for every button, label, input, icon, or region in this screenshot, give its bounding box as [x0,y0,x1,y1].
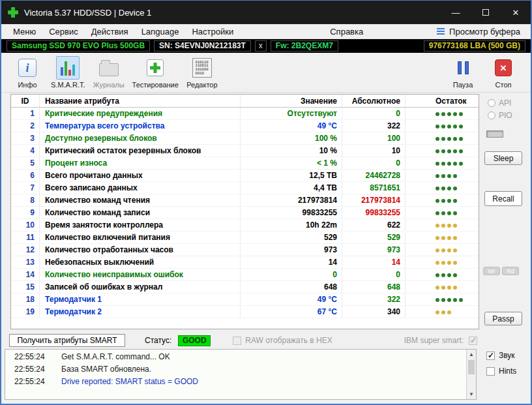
window-title: Victoria 5.37 HDD/SSD | Device 1 [24,8,151,18]
device-capacity: 976773168 LBA (500 GB) [424,40,525,52]
table-row[interactable]: 7Всего записано данных4,4 TB8571651 [11,182,479,194]
table-row[interactable]: 8Количество команд чтения217973814217973… [11,194,479,207]
attribute-id: 5 [11,157,40,169]
raw-hex-checkbox-wrap[interactable]: RAW отображать в HEX [233,336,332,345]
health-dot [447,149,451,153]
toolbar-journals-button[interactable]: Журналы [92,56,126,89]
attribute-value: 4,4 TB [241,182,342,194]
attribute-name: Количество включений питания [40,232,241,243]
toolbar-stop-button[interactable]: ✕ Стоп [486,56,520,89]
health-dot [453,261,457,265]
menu-item-service[interactable]: Сервис [42,27,85,37]
table-row[interactable]: 15Записей об ошибках в журнал648648 [11,281,479,293]
table-row[interactable]: 2Температура всего устройства49 °C322 [11,120,479,132]
table-row[interactable]: 4Критический остаток резервных блоков10 … [11,145,479,157]
serial-close-button[interactable]: x [255,40,267,52]
health-dot [436,261,439,265]
table-row[interactable]: 18Термодатчик 149 °C322 [11,293,479,306]
health-dot [447,224,451,228]
health-dot [436,248,439,252]
drive-activity-indicator [486,130,503,138]
table-row[interactable]: 1Критические предупрежденияОтсутствуют0 [11,108,479,120]
attribute-name: Процент износа [40,157,241,169]
minimize-button[interactable]: — [441,1,471,24]
table-row[interactable]: 12Количество отработанных часов973973 [11,244,479,256]
app-logo-icon [8,7,18,18]
scroll-up-icon[interactable]: ▲ [467,350,476,359]
attribute-absolute: 622 [342,219,406,231]
toolbar-pause-button[interactable]: Пауза [446,56,480,89]
toolbar-editor-button[interactable]: 010110 110011 101000 0010 Редактор [185,56,219,89]
log-timestamp: 22:55:24 [5,351,51,363]
get-smart-button[interactable]: Получить атрибуты SMART [9,334,125,347]
password-button[interactable]: Passp [484,312,522,325]
health-dot [436,310,439,314]
pio-radio[interactable]: PIO [488,111,512,120]
table-row[interactable]: 13Небезопасных выключений1414 [11,256,479,269]
health-dot [441,286,445,290]
menu-item-help[interactable]: Справка [323,27,370,37]
attribute-id: 18 [11,293,40,305]
maximize-button[interactable] [471,1,501,24]
status-bar: Получить атрибуты SMART Статус: GOOD RAW… [1,332,480,349]
table-row[interactable]: 6Всего прочитано данных12,5 TB24462728 [11,170,479,182]
log-scrollbar[interactable]: ▲ ▼ [466,350,476,399]
sleep-button[interactable]: Sleep [484,151,522,165]
hints-checkbox[interactable] [486,367,495,376]
ibm-smart-wrap: IBM super smart: [404,336,477,345]
device-model[interactable]: Samsung SSD 970 EVO Plus 500GB [7,40,150,52]
attribute-name: Критический остаток резервных блоков [40,145,241,157]
table-row[interactable]: 9Количество команд записи998332559983325… [11,207,479,219]
menu-item-menu[interactable]: Меню [7,27,42,37]
raw-hex-checkbox[interactable] [233,337,241,345]
toolbar-testing-button[interactable]: Тестирование [132,56,179,89]
buffer-view-button[interactable]: Просмотр буфера [437,27,525,37]
health-dot [453,112,457,116]
attribute-name: Количество отработанных часов [40,244,241,256]
buffer-list-icon [437,28,445,35]
close-button[interactable]: ✕ [501,1,531,24]
health-dot [436,174,439,178]
table-row[interactable]: 10Время занятости контроллера10h 22m622 [11,219,479,232]
attribute-remaining-dots [406,281,479,293]
table-row[interactable]: 14Количество неисправимых ошибок00 [11,269,479,281]
titlebar: Victoria 5.37 HDD/SSD | Device 1 — ✕ [1,1,531,24]
scroll-down-icon[interactable]: ▼ [467,389,476,399]
attribute-id: 8 [11,194,40,206]
read-cache-button[interactable]: Rd [502,267,519,275]
toolbar-smart-label: S.M.A.R.T. [51,81,85,89]
table-row[interactable]: 19Термодатчик 267 °C340 [11,306,479,318]
attribute-absolute: 217973814 [342,194,406,206]
menu-item-language[interactable]: Language [135,27,186,37]
health-dot [459,137,463,141]
table-row[interactable]: 11Количество включений питания529529 [11,232,479,244]
health-dot [436,187,439,190]
toolbar-info-button[interactable]: i Инфо [10,56,44,89]
attribute-value: 648 [241,281,342,293]
menu-item-settings[interactable]: Настройки [185,27,240,37]
health-dot [453,286,457,290]
api-radio[interactable]: API [488,98,511,108]
log-entries: 22:55:24Get S.M.A.R.T. command... OK22:5… [5,351,466,388]
toolbar: i Инфо S.M.A.R.T. Журналы Тестирование [1,53,531,93]
health-dot [447,273,451,277]
write-cache-button[interactable]: Wr [483,267,500,275]
table-row[interactable]: 5Процент износа< 1 %0 [11,157,479,170]
health-dot [436,125,439,128]
table-row[interactable]: 3Доступно резервных блоков100 %100 [11,132,479,145]
attribute-name: Доступно резервных блоков [40,132,241,144]
health-dot [436,162,439,166]
buffer-view-label: Просмотр буфера [449,27,520,37]
sound-checkbox[interactable] [486,352,495,360]
toolbar-stop-label: Стоп [495,81,512,89]
health-dot [459,149,463,153]
sound-checkbox-wrap[interactable]: Звук [486,351,515,360]
hints-checkbox-wrap[interactable]: Hints [486,367,516,376]
recall-button[interactable]: Recall [484,191,522,206]
ibm-smart-checkbox[interactable] [469,337,477,345]
toolbar-smart-button[interactable]: S.M.A.R.T. [51,56,85,89]
scroll-thumb[interactable] [468,360,475,374]
health-dot [436,199,439,203]
health-dot [441,273,445,277]
menu-item-actions[interactable]: Действия [85,27,135,37]
